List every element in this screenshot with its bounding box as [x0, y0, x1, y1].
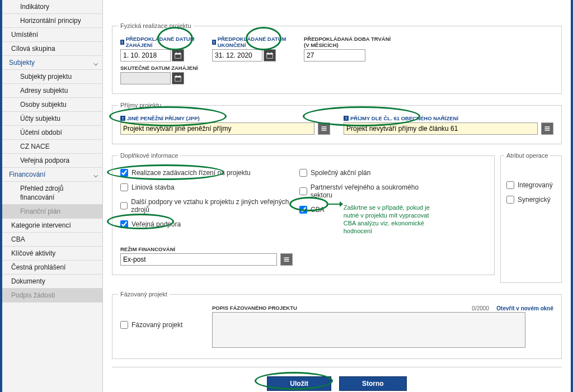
- checkbox-label: Integrovaný: [518, 181, 553, 189]
- list-icon[interactable]: [318, 122, 330, 135]
- button-bar: Uložit Storno: [112, 367, 562, 391]
- checkbox-label: CBA: [311, 206, 325, 214]
- duration-input[interactable]: [304, 49, 365, 62]
- svg-rect-18: [284, 257, 289, 258]
- sidebar-item-podpis[interactable]: Podpis žádosti: [2, 289, 102, 303]
- label-regime: REŽIM FINANCOVÁNÍ: [120, 246, 277, 252]
- sidebar-item-cestna[interactable]: Čestná prohlášení: [2, 261, 102, 275]
- sidebar-item-adresy[interactable]: Adresy subjektu: [2, 84, 102, 98]
- svg-rect-11: [179, 75, 180, 77]
- checkbox-fazovany[interactable]: [120, 321, 128, 329]
- required-icon: !: [344, 116, 349, 121]
- legend-additional: Doplňkové informace: [118, 152, 180, 159]
- fieldset-phased: Fázovaný projekt Fázovaný projekt POPIS …: [112, 291, 562, 359]
- checkbox-synergicky[interactable]: [506, 196, 514, 204]
- sidebar-item-financovani[interactable]: Financování ⌵: [2, 168, 102, 182]
- calendar-icon[interactable]: [172, 72, 184, 84]
- fieldset-atribut: Atribut operace Integrovaný Synergický: [500, 152, 562, 283]
- list-icon[interactable]: [541, 122, 553, 135]
- svg-rect-20: [284, 261, 289, 262]
- checkbox-spolecny[interactable]: [299, 169, 307, 177]
- sidebar-item-cba[interactable]: CBA: [2, 233, 102, 247]
- sidebar-item-horizontalni[interactable]: Horizontální principy: [2, 14, 102, 28]
- annotation-text: Zaškrtne se v případě, pokud je nutné v …: [344, 204, 433, 235]
- required-icon: !: [120, 116, 125, 121]
- svg-rect-16: [545, 128, 550, 129]
- sidebar-item-financni-plan[interactable]: Finanční plán: [2, 205, 102, 219]
- checkbox-partnerstvi[interactable]: [299, 187, 307, 195]
- label-end-date: ! PŘEDPOKLÁDANÉ DATUM UKONČENÍ: [212, 36, 290, 48]
- svg-rect-7: [271, 53, 272, 54]
- sidebar-item-subjekty-projektu[interactable]: Subjekty projektu: [2, 70, 102, 84]
- fieldset-income: Příjmy projektu ! JINÉ PENĚŽNÍ PŘÍJMY (J…: [112, 102, 562, 144]
- checkbox-label: Společný akční plán: [311, 169, 370, 177]
- svg-rect-17: [545, 130, 550, 131]
- svg-rect-12: [322, 126, 327, 127]
- svg-rect-3: [179, 53, 180, 54]
- checkbox-liniova[interactable]: [120, 183, 128, 191]
- checkbox-realizace[interactable]: [120, 169, 128, 177]
- sidebar-item-osoby[interactable]: Osoby subjektu: [2, 98, 102, 112]
- checkbox-integrovany[interactable]: [506, 181, 514, 189]
- label-cl61: ! PŘÍJMY DLE ČL. 61 OBECNÉHO NAŘÍZENÍ: [344, 115, 553, 121]
- label-duration: PŘEDPOKLÁDANÁ DOBA TRVÁNÍ (V MĚSÍCÍCH): [304, 36, 393, 48]
- sidebar-label: Financování: [9, 170, 45, 179]
- label-popis: POPIS FÁZOVANÉHO PROJEKTU: [212, 305, 297, 311]
- sidebar-item-umisteni[interactable]: Umístění: [2, 28, 102, 42]
- label-jpp: ! JINÉ PENĚŽNÍ PŘÍJMY (JPP): [120, 115, 330, 121]
- cancel-button[interactable]: Storno: [339, 376, 407, 391]
- sidebar-item-dokumenty[interactable]: Dokumenty: [2, 275, 102, 289]
- checkbox-label: Partnerství veřejného a soukromého sekto…: [311, 183, 439, 199]
- chevron-down-icon: ⌵: [93, 58, 98, 67]
- chevron-down-icon: ⌵: [93, 170, 98, 179]
- sidebar-item-subjekty[interactable]: Subjekty ⌵: [2, 56, 102, 70]
- sidebar-label: Subjekty: [9, 58, 35, 67]
- jpp-input[interactable]: [120, 122, 314, 135]
- actual-start-input[interactable]: [120, 72, 171, 84]
- end-date-input[interactable]: [212, 49, 262, 62]
- cl61-input[interactable]: [344, 122, 538, 135]
- sidebar: Indikátory Horizontální principy Umístěn…: [2, 0, 103, 392]
- svg-rect-15: [545, 126, 550, 127]
- sidebar-item-prehled-zdroju[interactable]: Přehled zdrojů financování: [2, 182, 102, 205]
- legend-phased: Fázovaný projekt: [118, 291, 170, 297]
- required-icon: !: [212, 40, 216, 45]
- checkbox-verejna[interactable]: [120, 220, 128, 228]
- sidebar-item-ucty[interactable]: Účty subjektu: [2, 112, 102, 126]
- save-button[interactable]: Uložit: [267, 376, 331, 391]
- legend-income: Příjmy projektu: [118, 102, 163, 108]
- checkbox-dalsi[interactable]: [120, 202, 128, 210]
- svg-rect-13: [322, 128, 327, 129]
- fieldset-physical: Fyzická realizace projektu ! PŘEDPOKLÁDA…: [112, 22, 562, 94]
- sidebar-item-cznace[interactable]: CZ NACE: [2, 140, 102, 154]
- list-icon[interactable]: [280, 253, 293, 266]
- required-icon: !: [120, 40, 124, 45]
- calendar-icon[interactable]: [264, 49, 276, 62]
- regime-input[interactable]: [120, 253, 277, 266]
- legend-physical: Fyzická realizace projektu: [118, 22, 194, 29]
- legend-atribut: Atribut operace: [504, 152, 551, 159]
- calendar-icon[interactable]: [172, 49, 184, 62]
- sidebar-item-ucetni[interactable]: Účetní období: [2, 126, 102, 140]
- label-actual-start: SKUTEČNÉ DATUM ZAHÁJENÍ: [120, 65, 199, 71]
- svg-rect-14: [322, 130, 327, 131]
- checkbox-label: Fázovaný projekt: [131, 321, 182, 329]
- sidebar-item-cilova[interactable]: Cílová skupina: [2, 42, 102, 56]
- sidebar-item-kategorie[interactable]: Kategorie intervencí: [2, 219, 102, 233]
- svg-rect-19: [284, 259, 289, 260]
- checkbox-label: Veřejná podpora: [131, 220, 181, 228]
- checkbox-cba[interactable]: [299, 206, 307, 214]
- svg-rect-2: [176, 53, 177, 54]
- checkbox-label: Liniová stavba: [131, 183, 175, 191]
- sidebar-item-indikatory[interactable]: Indikátory: [2, 0, 102, 14]
- main-content: Fyzická realizace projektu ! PŘEDPOKLÁDA…: [103, 0, 571, 392]
- char-count: 0/2000: [472, 305, 489, 311]
- checkbox-label: Synergický: [518, 196, 551, 204]
- start-date-input[interactable]: [120, 49, 171, 62]
- label-start-date: ! PŘEDPOKLÁDANÉ DATUM ZAHÁJENÍ: [120, 36, 199, 48]
- sidebar-item-klicove[interactable]: Klíčové aktivity: [2, 247, 102, 261]
- phased-description-textarea[interactable]: [212, 312, 525, 348]
- checkbox-label: Další podpory ve vztahu k projektu z jin…: [131, 198, 299, 214]
- open-new-window-link[interactable]: Otevřít v novém okně: [496, 305, 553, 311]
- sidebar-item-verejna[interactable]: Veřejná podpora: [2, 154, 102, 168]
